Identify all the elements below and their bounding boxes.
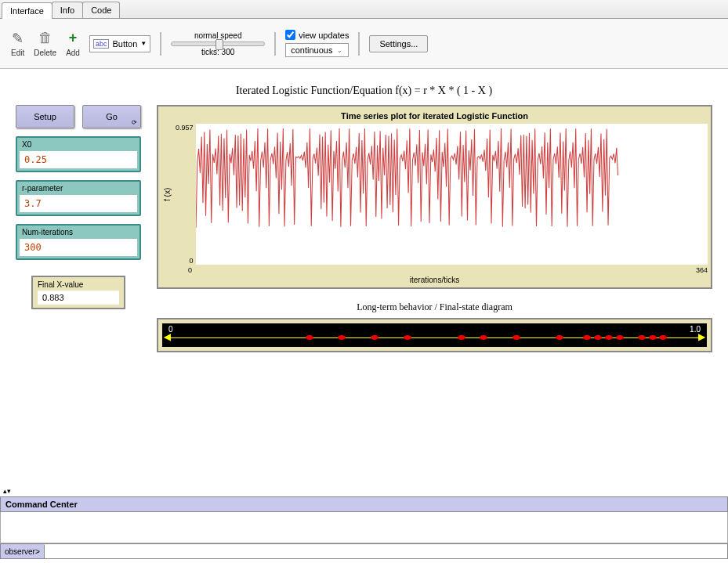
plus-icon: +: [69, 31, 78, 46]
delete-label: Delete: [34, 49, 56, 57]
widget-type-label: Button: [112, 39, 137, 49]
tab-bar: Interface Info Code: [0, 0, 728, 19]
attractor-point: [616, 335, 624, 340]
settings-button[interactable]: Settings...: [369, 35, 428, 52]
speed-label: normal speed: [194, 31, 242, 40]
plot-ymax: 0.957: [176, 124, 194, 132]
arrow-left-icon: ▶: [164, 331, 171, 342]
delete-button[interactable]: 🗑 Delete: [34, 31, 56, 57]
plot-xmax: 364: [696, 266, 708, 274]
time-series-plot: Time series plot for iterated Logistic F…: [157, 105, 712, 289]
caret-down-icon: ⌄: [337, 47, 342, 54]
attractor-point: [638, 335, 646, 340]
main-title: Iterated Logistic Function/Equation f(x)…: [16, 85, 712, 97]
workspace: Iterated Logistic Function/Equation f(x)…: [0, 69, 728, 360]
attractor-point: [306, 335, 313, 340]
attractor-point: [594, 335, 602, 340]
go-button[interactable]: Go ⟳: [82, 105, 141, 128]
final-x-monitor: Final X-value 0.883: [31, 276, 125, 309]
tab-info[interactable]: Info: [52, 2, 83, 18]
command-input[interactable]: [45, 544, 727, 558]
view-mode-dropdown[interactable]: continuous ⌄: [285, 43, 349, 57]
attractor-point: [458, 335, 465, 340]
attractor-point: [659, 335, 667, 340]
arrow-right-icon: ▶: [698, 331, 705, 342]
plot-xmin: 0: [188, 266, 192, 274]
cc-toggle[interactable]: ▴▾: [0, 485, 728, 496]
separator: [358, 32, 360, 56]
trash-icon: 🗑: [38, 31, 53, 46]
plot-svg: [196, 124, 708, 265]
speed-slider[interactable]: [171, 42, 265, 46]
add-label: Add: [66, 49, 80, 57]
x0-label: X0: [17, 138, 139, 151]
x0-input[interactable]: X0 0.25: [16, 136, 141, 172]
attractor-point: [512, 335, 520, 340]
attractor-point: [583, 335, 591, 340]
separator: [274, 32, 276, 56]
abc-icon: abc: [93, 39, 110, 49]
n-label: Num-iterations: [17, 226, 139, 239]
prompt-label: observer>: [5, 547, 40, 556]
separator: [160, 32, 161, 56]
view-mode-label: continuous: [291, 45, 332, 55]
plot-xlabel: iterations/ticks: [161, 274, 708, 284]
view-updates-check[interactable]: view updates: [285, 30, 349, 40]
attractor-point: [338, 335, 346, 340]
plot-ylabel: f (x): [161, 124, 173, 265]
go-label: Go: [106, 112, 118, 121]
attractor-point: [556, 335, 563, 340]
attractor-point: [605, 335, 613, 340]
view-updates-label: view updates: [299, 31, 349, 40]
caret-down-icon: ▼: [140, 40, 147, 47]
loop-icon: ⟳: [132, 119, 137, 126]
r-label: r-parameter: [17, 182, 139, 195]
plot-ymin: 0: [176, 257, 194, 265]
toolbar: ✎ Edit 🗑 Delete + Add abc Button ▼ norma…: [0, 19, 728, 69]
r-value[interactable]: 3.7: [20, 195, 137, 212]
longterm-title: Long-term behavior / Final-state diagram: [157, 301, 712, 313]
add-button[interactable]: + Add: [66, 31, 80, 57]
speed-slider-group: normal speed ticks: 300: [171, 31, 265, 56]
plot-title: Time series plot for iterated Logistic F…: [161, 110, 708, 124]
final-state-plot: 0 1.0 ▶ ▶: [157, 318, 712, 352]
plot-column: Time series plot for iterated Logistic F…: [157, 105, 712, 352]
pencil-icon: ✎: [12, 31, 24, 46]
widget-type-dropdown[interactable]: abc Button ▼: [89, 35, 150, 52]
setup-button[interactable]: Setup: [16, 105, 74, 128]
edit-label: Edit: [11, 49, 24, 57]
tab-code[interactable]: Code: [82, 2, 120, 18]
command-center-output: [0, 512, 728, 543]
attractor-point: [480, 335, 487, 340]
edit-button[interactable]: ✎ Edit: [11, 31, 24, 57]
setup-label: Setup: [34, 112, 56, 121]
attractor-point: [649, 335, 657, 340]
monitor-label: Final X-value: [38, 280, 119, 289]
plot-canvas: [196, 124, 708, 265]
prompt-agent-dropdown[interactable]: observer>: [1, 545, 45, 558]
attractor-point: [371, 335, 378, 340]
controls-column: Setup Go ⟳ X0 0.25 r-parameter 3.7 Num-i…: [16, 105, 141, 352]
r-input[interactable]: r-parameter 3.7: [16, 180, 141, 216]
n-input[interactable]: Num-iterations 300: [16, 224, 141, 260]
monitor-value: 0.883: [38, 291, 119, 305]
attractor-point: [404, 335, 411, 340]
n-value[interactable]: 300: [20, 239, 137, 256]
tab-interface[interactable]: Interface: [2, 2, 53, 19]
command-prompt: observer>: [0, 543, 728, 559]
view-updates-group: view updates continuous ⌄: [285, 30, 349, 57]
command-center-header: Command Center: [0, 496, 728, 512]
x0-value[interactable]: 0.25: [20, 151, 137, 168]
final-state-canvas: 0 1.0 ▶ ▶: [162, 323, 707, 347]
slider-thumb[interactable]: [216, 39, 223, 50]
view-updates-checkbox[interactable]: [285, 30, 295, 40]
